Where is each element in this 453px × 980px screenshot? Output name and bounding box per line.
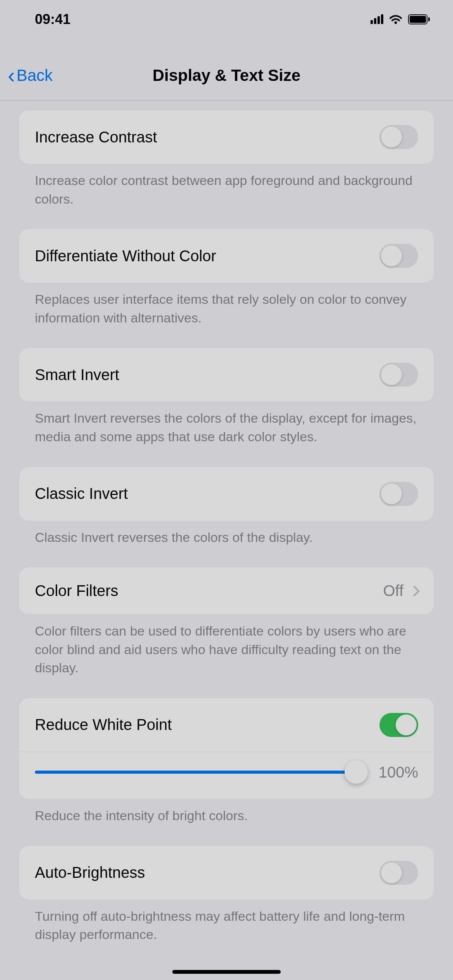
row-auto-brightness[interactable]: Auto-Brightness bbox=[19, 846, 434, 899]
toggle-increase-contrast[interactable] bbox=[379, 125, 418, 149]
section-reduce-white-point: Reduce White Point 100% Reduce the inten… bbox=[0, 698, 453, 842]
status-icons bbox=[371, 14, 430, 24]
footer-color-filters: Color filters can be used to differentia… bbox=[0, 614, 453, 694]
toggle-smart-invert[interactable] bbox=[379, 363, 418, 387]
row-label: Classic Invert bbox=[35, 485, 128, 502]
row-label: Reduce White Point bbox=[35, 716, 172, 733]
back-label: Back bbox=[17, 66, 53, 85]
row-classic-invert[interactable]: Classic Invert bbox=[19, 467, 434, 521]
footer-smart-invert: Smart Invert reverses the colors of the … bbox=[0, 401, 453, 463]
section-color-filters: Color Filters Off Color filters can be u… bbox=[0, 567, 453, 694]
page-title: Display & Text Size bbox=[0, 66, 453, 85]
svg-point-0 bbox=[395, 22, 397, 24]
toggle-differentiate[interactable] bbox=[379, 244, 418, 268]
section-smart-invert: Smart Invert Smart Invert reverses the c… bbox=[0, 348, 453, 463]
footer-auto-brightness: Turning off auto-brightness may affect b… bbox=[0, 899, 453, 961]
back-button[interactable]: ‹ Back bbox=[8, 65, 53, 86]
nav-header: ‹ Back Display & Text Size bbox=[0, 50, 453, 101]
footer-classic-invert: Classic Invert reverses the colors of th… bbox=[0, 521, 453, 564]
row-smart-invert[interactable]: Smart Invert bbox=[19, 348, 434, 401]
white-point-slider[interactable] bbox=[35, 771, 356, 774]
footer-increase-contrast: Increase color contrast between app fore… bbox=[0, 164, 453, 225]
home-indicator[interactable] bbox=[172, 970, 281, 974]
footer-reduce-white-point: Reduce the intensity of bright colors. bbox=[0, 799, 453, 842]
section-auto-brightness: Auto-Brightness Turning off auto-brightn… bbox=[0, 846, 453, 961]
row-white-point-slider: 100% bbox=[19, 752, 434, 799]
status-bar: 09:41 bbox=[0, 0, 453, 39]
color-filters-value: Off bbox=[383, 582, 403, 600]
section-differentiate: Differentiate Without Color Replaces use… bbox=[0, 229, 453, 344]
row-reduce-white-point[interactable]: Reduce White Point bbox=[19, 698, 434, 752]
row-label: Differentiate Without Color bbox=[35, 247, 216, 265]
toggle-reduce-white-point[interactable] bbox=[379, 713, 418, 737]
wifi-icon bbox=[389, 14, 403, 24]
footer-differentiate: Replaces user interface items that rely … bbox=[0, 283, 453, 344]
row-label: Color Filters bbox=[35, 582, 118, 600]
chevron-right-icon bbox=[409, 586, 420, 596]
toggle-classic-invert[interactable] bbox=[379, 482, 418, 506]
toggle-auto-brightness[interactable] bbox=[379, 861, 418, 885]
section-classic-invert: Classic Invert Classic Invert reverses t… bbox=[0, 467, 453, 564]
row-label: Auto-Brightness bbox=[35, 864, 145, 881]
battery-icon bbox=[408, 14, 430, 24]
row-increase-contrast[interactable]: Increase Contrast bbox=[19, 110, 434, 164]
status-time: 09:41 bbox=[35, 11, 70, 27]
settings-content: Increase Contrast Increase color contras… bbox=[0, 106, 453, 980]
white-point-value: 100% bbox=[368, 764, 418, 781]
row-differentiate[interactable]: Differentiate Without Color bbox=[19, 229, 434, 283]
cellular-signal-icon bbox=[371, 15, 383, 24]
row-label: Increase Contrast bbox=[35, 128, 157, 146]
row-label: Smart Invert bbox=[35, 366, 119, 384]
row-color-filters[interactable]: Color Filters Off bbox=[19, 567, 434, 614]
slider-thumb[interactable] bbox=[345, 761, 368, 784]
section-increase-contrast: Increase Contrast Increase color contras… bbox=[0, 110, 453, 225]
chevron-left-icon: ‹ bbox=[8, 65, 15, 86]
